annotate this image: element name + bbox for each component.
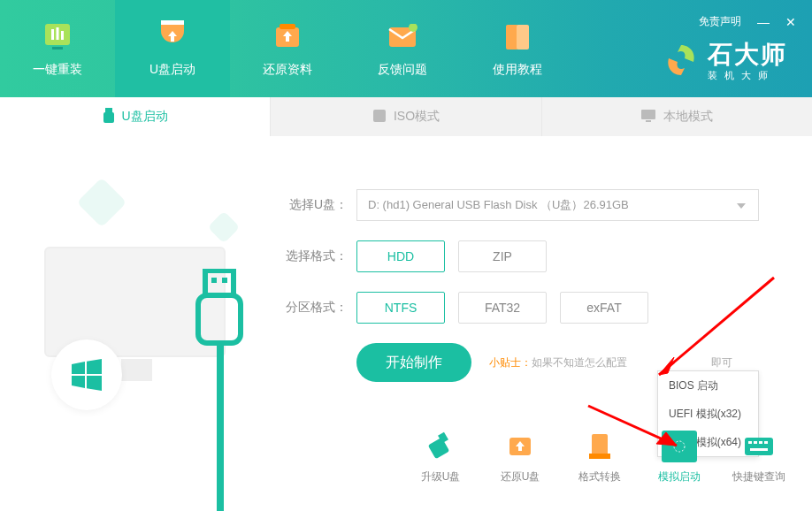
svg-rect-12: [105, 108, 112, 112]
tool-label: 快捷键查询: [732, 469, 785, 484]
row-select-udisk: 选择U盘： D: (hd1) General USB Flash Disk （U…: [281, 189, 777, 221]
header: 一键重装 U盘启动 还原资料 反馈问题 使用教程 免责声: [0, 0, 812, 97]
close-button[interactable]: ✕: [785, 15, 796, 29]
svg-rect-16: [646, 120, 651, 122]
tab-usb-boot[interactable]: U盘启动: [0, 97, 271, 136]
tool-label: 还原U盘: [501, 469, 540, 484]
tip-label: 小贴士：: [489, 356, 532, 369]
tool-restore-udisk[interactable]: 还原U盘: [494, 431, 547, 484]
brand: 石大师 装机大师: [663, 40, 787, 81]
svg-rect-17: [205, 271, 234, 295]
svg-line-33: [659, 278, 774, 375]
svg-rect-29: [754, 441, 757, 444]
nav-usb-boot[interactable]: U盘启动: [115, 0, 230, 97]
label-udisk: 选择U盘：: [281, 197, 348, 213]
svg-rect-11: [517, 25, 529, 50]
nav-tutorial[interactable]: 使用教程: [460, 0, 575, 97]
svg-rect-14: [373, 110, 386, 122]
decor-shape: [208, 211, 241, 244]
svg-rect-28: [748, 441, 752, 444]
svg-rect-18: [211, 278, 217, 283]
monitor-icon: [640, 109, 656, 126]
svg-rect-2: [57, 27, 59, 40]
keyboard-icon: [741, 431, 777, 462]
mode-tabs: U盘启动 ISO模式 本地模式: [0, 97, 812, 136]
tip-text: 如果不知道怎么配置: [532, 356, 627, 369]
label-format: 选择格式：: [281, 248, 348, 264]
brand-subtitle: 装机大师: [708, 70, 787, 81]
feedback-icon: [385, 19, 420, 55]
nav-label: 还原资料: [263, 62, 312, 78]
svg-rect-31: [764, 441, 768, 444]
partition-ntfs-button[interactable]: NTFS: [356, 292, 445, 324]
main-nav: 一键重装 U盘启动 还原资料 反馈问题 使用教程: [0, 0, 575, 97]
titlebar-right: 免责声明 — ✕: [699, 14, 796, 29]
svg-rect-7: [280, 24, 295, 29]
svg-rect-10: [506, 25, 518, 50]
brand-logo-icon: [663, 42, 699, 78]
disclaimer-link[interactable]: 免责声明: [699, 14, 741, 29]
tool-label: 升级U盘: [421, 469, 461, 484]
svg-rect-5: [161, 20, 184, 25]
svg-rect-30: [759, 441, 762, 444]
decor-shape: [77, 178, 127, 228]
illustration: [27, 163, 265, 454]
nav-feedback[interactable]: 反馈问题: [345, 0, 460, 97]
brand-title: 石大师: [708, 40, 787, 70]
upgrade-icon: [423, 431, 458, 462]
partition-fat32-button[interactable]: FAT32: [458, 292, 547, 324]
annotation-arrow-2: [584, 401, 699, 454]
tutorial-icon: [500, 19, 535, 55]
start-make-button[interactable]: 开始制作: [356, 343, 471, 382]
iso-icon: [372, 109, 387, 126]
windows-badge: [51, 339, 122, 410]
svg-rect-1: [51, 29, 54, 40]
nav-label: 反馈问题: [378, 62, 427, 78]
minimize-button[interactable]: —: [757, 15, 770, 29]
usb-boot-icon: [155, 19, 190, 55]
tab-iso[interactable]: ISO模式: [271, 97, 541, 136]
tool-label: 格式转换: [578, 469, 621, 484]
tool-label: 模拟启动: [658, 469, 701, 484]
content: 选择U盘： D: (hd1) General USB Flash Disk （U…: [0, 136, 812, 511]
tab-local[interactable]: 本地模式: [542, 97, 812, 136]
format-hdd-button[interactable]: HDD: [356, 240, 445, 272]
tool-shortcut-query[interactable]: 快捷键查询: [732, 431, 785, 484]
usb-plug-graphic: [195, 269, 244, 350]
nav-reinstall[interactable]: 一键重装: [0, 0, 115, 97]
reinstall-icon: [40, 19, 75, 55]
tab-label: ISO模式: [394, 109, 440, 125]
svg-rect-3: [61, 31, 64, 40]
udisk-select[interactable]: D: (hd1) General USB Flash Disk （U盘）26.9…: [356, 189, 759, 221]
nav-label: 使用教程: [493, 62, 542, 78]
nav-label: U盘启动: [149, 62, 195, 78]
tool-upgrade-udisk[interactable]: 升级U盘: [414, 431, 467, 484]
tab-label: U盘启动: [122, 109, 168, 125]
svg-rect-15: [641, 110, 655, 119]
nav-restore[interactable]: 还原资料: [230, 0, 345, 97]
usb-cable-graphic: [217, 344, 224, 511]
udisk-value: D: (hd1) General USB Flash Disk （U盘）26.9…: [368, 197, 629, 213]
format-zip-button[interactable]: ZIP: [458, 240, 547, 272]
restore-small-icon: [502, 431, 538, 462]
svg-rect-4: [52, 47, 63, 50]
tab-label: 本地模式: [663, 109, 713, 125]
svg-rect-19: [222, 278, 227, 283]
annotation-arrow-1: [619, 273, 778, 388]
nav-label: 一键重装: [33, 62, 82, 78]
label-partition: 分区格式：: [281, 300, 348, 316]
svg-rect-13: [103, 112, 114, 123]
usb-small-icon: [103, 108, 115, 126]
svg-rect-32: [750, 448, 768, 451]
tip: 小贴士：如果不知道怎么配置: [489, 355, 627, 370]
windows-icon: [69, 357, 104, 393]
restore-icon: [270, 19, 305, 55]
svg-marker-34: [659, 357, 674, 375]
svg-rect-20: [198, 295, 241, 343]
svg-rect-27: [745, 438, 773, 455]
row-select-format: 选择格式： HDD ZIP: [281, 240, 777, 272]
